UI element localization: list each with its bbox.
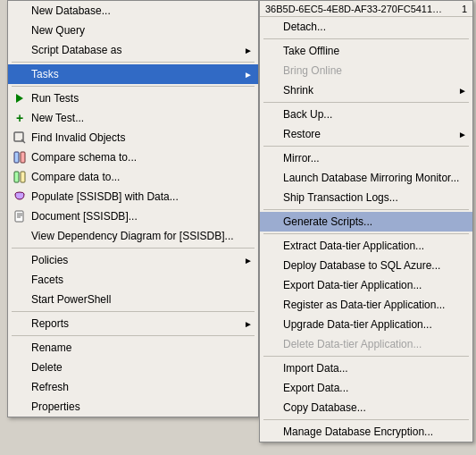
menu-item-view-dependency[interactable]: View Dependency Diagram for [SSISDB]... bbox=[8, 226, 258, 246]
separator bbox=[12, 248, 255, 249]
right-menu: 36B5D-6EC5-4E8D-AF33-270FC5411012 1 Deta… bbox=[259, 0, 473, 442]
menu-item-restore[interactable]: Restore ► bbox=[260, 124, 472, 144]
svg-rect-5 bbox=[21, 172, 25, 182]
separator bbox=[12, 335, 255, 336]
menu-item-detach[interactable]: Detach... bbox=[260, 17, 472, 37]
menu-item-properties[interactable]: Properties bbox=[8, 397, 258, 417]
menu-item-backup[interactable]: Back Up... bbox=[260, 105, 472, 124]
plus-icon: + bbox=[12, 110, 28, 126]
menu-item-export-data-tier[interactable]: Export Data-tier Application... bbox=[260, 275, 472, 295]
menu-item-start-powershell[interactable]: Start PowerShell bbox=[8, 290, 258, 309]
svg-rect-3 bbox=[21, 152, 25, 163]
separator bbox=[263, 209, 469, 210]
menu-item-new-query[interactable]: New Query bbox=[8, 21, 258, 40]
arrow-icon: ► bbox=[244, 70, 253, 80]
menu-item-manage-encryption[interactable]: Manage Database Encryption... bbox=[260, 422, 472, 442]
menu-item-upgrade-data-tier[interactable]: Upgrade Data-tier Application... bbox=[260, 315, 472, 334]
menu-item-export-data[interactable]: Export Data... bbox=[260, 378, 472, 398]
menu-item-launch-mirroring[interactable]: Launch Database Mirroring Monitor... bbox=[260, 168, 472, 188]
svg-rect-2 bbox=[14, 152, 19, 163]
compare-data-icon bbox=[12, 169, 28, 185]
db-title-bar: 36B5D-6EC5-4E8D-AF33-270FC5411012 1 bbox=[260, 1, 472, 17]
menu-item-import-data[interactable]: Import Data... bbox=[260, 358, 472, 378]
left-menu: New Database... New Query Script Databas… bbox=[7, 0, 259, 417]
menu-item-new-database[interactable]: New Database... bbox=[8, 1, 258, 21]
menu-item-policies[interactable]: Policies ► bbox=[8, 250, 258, 270]
menu-item-document-ssisdb[interactable]: Document [SSISDB]... bbox=[8, 206, 258, 226]
separator bbox=[12, 62, 255, 63]
compare-schema-icon bbox=[12, 149, 28, 165]
arrow-icon: ► bbox=[244, 319, 253, 329]
arrow-icon: ► bbox=[244, 46, 253, 55]
menu-item-mirror[interactable]: Mirror... bbox=[260, 148, 472, 168]
populate-icon bbox=[12, 189, 28, 205]
separator bbox=[263, 146, 469, 147]
menu-item-new-test[interactable]: + New Test... bbox=[8, 108, 258, 128]
svg-rect-4 bbox=[14, 172, 19, 182]
separator bbox=[263, 356, 469, 357]
menu-item-delete-data-tier[interactable]: Delete Data-tier Application... bbox=[260, 334, 472, 354]
menu-item-delete[interactable]: Delete bbox=[8, 358, 258, 377]
separator bbox=[263, 102, 469, 103]
menu-item-shrink[interactable]: Shrink ► bbox=[260, 80, 472, 100]
menu-item-facets[interactable]: Facets bbox=[8, 270, 258, 290]
document-icon bbox=[12, 208, 28, 224]
menu-item-compare-data[interactable]: Compare data to... bbox=[8, 167, 258, 187]
separator bbox=[263, 419, 469, 420]
separator bbox=[12, 86, 255, 87]
svg-rect-7 bbox=[15, 211, 23, 222]
menu-item-generate-scripts[interactable]: Generate Scripts... bbox=[260, 212, 472, 232]
menu-item-take-offline[interactable]: Take Offline bbox=[260, 41, 472, 61]
menu-item-compare-schema[interactable]: Compare schema to... bbox=[8, 147, 258, 167]
menu-item-bring-online[interactable]: Bring Online bbox=[260, 61, 472, 80]
arrow-icon: ► bbox=[244, 256, 253, 265]
menu-item-refresh[interactable]: Refresh bbox=[8, 377, 258, 397]
menu-item-populate-ssisdb[interactable]: Populate [SSISDB] with Data... bbox=[8, 187, 258, 206]
menu-item-tasks[interactable]: Tasks ► bbox=[8, 64, 258, 84]
db-title-number: 1 bbox=[462, 4, 467, 14]
separator bbox=[12, 311, 255, 312]
separator bbox=[263, 233, 469, 234]
menu-item-script-database[interactable]: Script Database as ► bbox=[8, 40, 258, 60]
menu-item-rename[interactable]: Rename bbox=[8, 338, 258, 358]
menu-item-ship-logs[interactable]: Ship Transaction Logs... bbox=[260, 188, 472, 207]
arrow-icon: ► bbox=[458, 86, 467, 96]
find-icon bbox=[12, 130, 28, 146]
menu-item-reports[interactable]: Reports ► bbox=[8, 314, 258, 333]
menu-item-run-tests[interactable]: Run Tests bbox=[8, 88, 258, 108]
menu-item-extract-data-tier[interactable]: Extract Data-tier Application... bbox=[260, 236, 472, 256]
menu-container: New Database... New Query Script Databas… bbox=[0, 0, 476, 455]
arrow-icon: ► bbox=[458, 130, 467, 139]
db-title-text: 36B5D-6EC5-4E8D-AF33-270FC5411012 bbox=[265, 4, 444, 14]
menu-item-deploy-azure[interactable]: Deploy Database to SQL Azure... bbox=[260, 256, 472, 275]
menu-item-copy-database[interactable]: Copy Database... bbox=[260, 398, 472, 417]
separator bbox=[263, 38, 469, 39]
menu-item-register-data-tier[interactable]: Register as Data-tier Application... bbox=[260, 295, 472, 315]
menu-item-find-invalid[interactable]: Find Invalid Objects bbox=[8, 128, 258, 147]
run-icon bbox=[12, 90, 28, 106]
